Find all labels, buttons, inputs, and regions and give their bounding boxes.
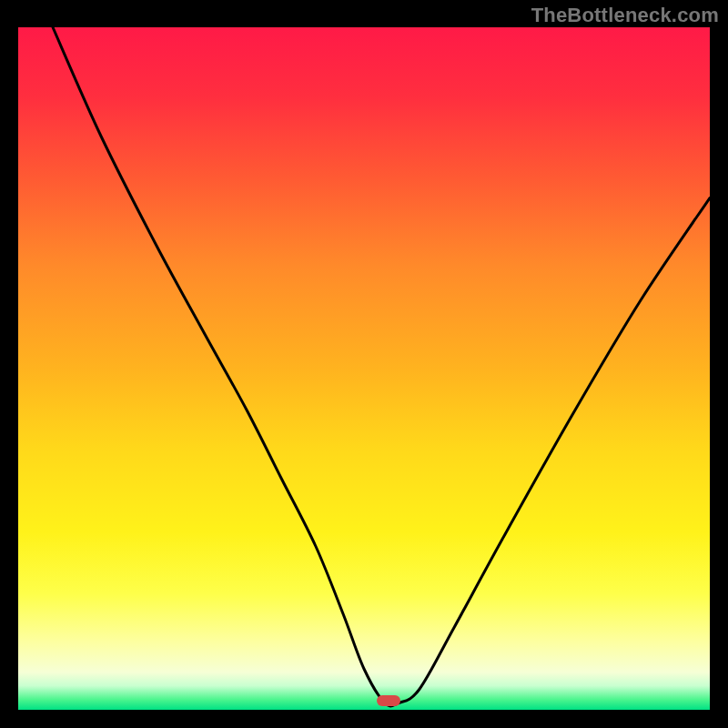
optimal-point-marker [377, 695, 400, 706]
chart-plot-area [18, 27, 710, 710]
bottleneck-curve [18, 27, 710, 710]
watermark-text: TheBottleneck.com [531, 4, 719, 27]
